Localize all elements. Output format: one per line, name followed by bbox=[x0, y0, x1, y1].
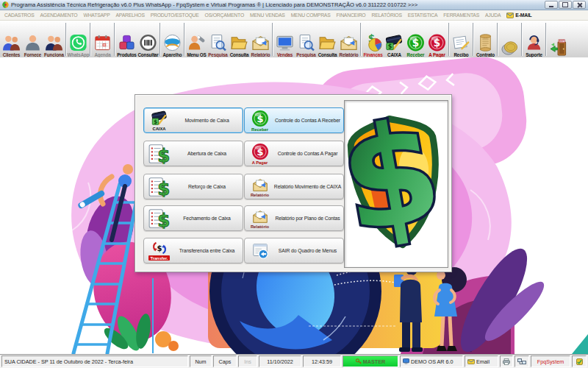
toolbar-separator bbox=[65, 23, 67, 56]
button-transferencia-entre-caixa[interactable]: $ Transfer. Transferencia entre Caixa bbox=[143, 238, 243, 263]
clients-icon bbox=[2, 33, 21, 52]
button-abertura-de-caixa[interactable]: Abertura de Caixa bbox=[143, 141, 243, 166]
dollar-shield-image: $ bbox=[344, 100, 448, 268]
menu-os-orcamento[interactable]: OS/ORÇAMENTO bbox=[202, 13, 247, 18]
transfer-arrows-icon: $ bbox=[150, 241, 169, 255]
maximize-button[interactable] bbox=[559, 1, 572, 9]
toolbar-item-clientes[interactable]: Clientes bbox=[1, 21, 22, 58]
folder-icon bbox=[318, 33, 337, 52]
status-num-lock: Num bbox=[190, 355, 212, 367]
toolbar-item-vendas[interactable]: Vendas bbox=[274, 21, 295, 58]
menu-menu-vendas[interactable]: MENU VENDAS bbox=[247, 13, 288, 18]
minimize-button[interactable] bbox=[545, 1, 558, 9]
toolbar-item-agenda[interactable]: Agenda bbox=[92, 21, 113, 58]
close-icon bbox=[577, 2, 582, 7]
search-document-icon bbox=[209, 33, 227, 52]
button-relatorio-movimento-caixa[interactable]: Relatório Relatório Movimento de CAIXA bbox=[244, 174, 344, 199]
toolbar-item-financas[interactable]: $ Finanças bbox=[362, 21, 384, 58]
svg-text:$: $ bbox=[345, 101, 448, 264]
menu-estatistica[interactable]: ESTATISTICA bbox=[405, 13, 441, 18]
cash-note-icon bbox=[148, 177, 171, 197]
printer-icon bbox=[503, 358, 510, 365]
menu-relatorios[interactable]: RELATÓRIOS bbox=[368, 13, 404, 18]
button-relatorio-plano-contas[interactable]: Relatório Relatório por Plano de Contas bbox=[244, 205, 344, 231]
report-icon bbox=[340, 33, 358, 52]
toolbar-item-moeda[interactable] bbox=[499, 21, 520, 58]
menu-bar: CADASTROS AGENDAMENTO WHATSAPP APARELHOS… bbox=[0, 10, 588, 21]
toolbar-item-funcionarios[interactable]: Funciona bbox=[43, 21, 65, 58]
status-insert: Ins bbox=[238, 355, 257, 367]
button-reforco-de-caixa[interactable]: Reforço de Caixa bbox=[143, 174, 243, 199]
status-print[interactable] bbox=[500, 355, 513, 367]
finance-pie-icon: $ bbox=[364, 33, 382, 52]
cash-note-icon bbox=[148, 208, 171, 229]
svg-text:EXIT: EXIT bbox=[559, 40, 564, 43]
toolbar-item-pesquisa-os[interactable]: Pesquisa bbox=[207, 21, 229, 58]
menu-agendamento[interactable]: AGENDAMENTO bbox=[37, 13, 81, 18]
toolbar-item-caixa[interactable]: CAIXA bbox=[384, 21, 405, 58]
toolbar-item-relatorio-vendas[interactable]: Relatório bbox=[338, 21, 359, 58]
service-order-icon bbox=[187, 33, 206, 52]
toolbar-item-consultar-produto[interactable]: Consultar bbox=[137, 21, 159, 58]
support-headset-icon bbox=[525, 33, 543, 52]
window-title: Programa Assistência Técnica Refrigeraçã… bbox=[11, 1, 542, 8]
toolbar-item-pesquisa-vendas[interactable]: Pesquisa bbox=[295, 21, 317, 58]
menu-ajuda[interactable]: AJUDA bbox=[482, 13, 503, 18]
device-globe-icon bbox=[163, 33, 182, 52]
email-icon bbox=[506, 13, 514, 18]
toolbar-separator bbox=[497, 23, 498, 56]
menu-ferramentas[interactable]: FERRAMENTAS bbox=[440, 13, 482, 18]
minimize-icon bbox=[549, 6, 553, 7]
receipt-icon bbox=[452, 33, 470, 52]
svg-text:$: $ bbox=[157, 244, 162, 252]
toolbar-separator bbox=[473, 23, 474, 56]
button-contas-a-receber[interactable]: Receber Controle do Contas A Receber bbox=[244, 107, 344, 133]
dollar-shield-graphic: $ bbox=[345, 101, 448, 267]
toolbar-item-recibo[interactable]: Recibo bbox=[451, 21, 472, 58]
status-logged-user: MASTER bbox=[343, 355, 398, 367]
status-network[interactable] bbox=[514, 355, 529, 367]
button-movimento-de-caixa[interactable]: CAIXA Movimento de Caixa bbox=[143, 107, 243, 133]
toolbar-separator bbox=[114, 23, 115, 56]
toolbar-separator bbox=[521, 23, 523, 56]
toolbar-item-fornecedores[interactable]: Fornece bbox=[22, 21, 43, 58]
toolbar-item-consulta-vendas[interactable]: Consulta bbox=[317, 21, 338, 58]
button-contas-a-pagar[interactable]: A Pagar Controle do Contas A Pagar bbox=[244, 141, 344, 166]
menu-financeiro[interactable]: FINANCEIRO bbox=[334, 13, 369, 18]
toolbar-separator bbox=[184, 23, 185, 56]
toolbar-item-sair[interactable]: EXIT bbox=[548, 21, 569, 58]
payables-icon bbox=[428, 33, 446, 52]
sales-monitor-icon bbox=[276, 33, 294, 52]
toolbar-item-menu-os[interactable]: Menu OS bbox=[186, 21, 207, 58]
toolbar-item-a-pagar[interactable]: A Pagar bbox=[426, 21, 448, 58]
toolbar-separator bbox=[90, 23, 91, 56]
menu-produto-estoque[interactable]: PRODUTO/ESTOQUE bbox=[148, 13, 202, 18]
toolbar-separator bbox=[272, 23, 273, 56]
toolbar-item-produtos[interactable]: Produtos bbox=[116, 21, 137, 58]
menu-email[interactable]: E-MAIL bbox=[503, 13, 534, 18]
menu-cadastros[interactable]: CADASTROS bbox=[1, 13, 37, 18]
status-email[interactable]: Email bbox=[465, 355, 498, 367]
toolbar-item-contrato[interactable]: Contrato bbox=[475, 21, 496, 58]
status-caps-lock: Caps bbox=[213, 355, 237, 367]
email-icon bbox=[467, 359, 475, 364]
button-sair-quadro-menus[interactable]: SAIR do Quadro de Menus bbox=[244, 238, 344, 263]
products-icon bbox=[118, 33, 136, 52]
toolbar-item-consulta-os[interactable]: Consulta bbox=[229, 21, 250, 58]
toolbar-item-receber[interactable]: Receber bbox=[405, 21, 426, 58]
toolbar-separator bbox=[448, 23, 450, 56]
payables-icon bbox=[251, 143, 269, 160]
title-bar: Programa Assistência Técnica Refrigeraçã… bbox=[0, 0, 588, 10]
menu-aparelhos[interactable]: APARELHOS bbox=[112, 13, 147, 18]
toolbar-item-suporte[interactable]: Suporte bbox=[523, 21, 545, 58]
menu-menu-compras[interactable]: MENU COMPRAS bbox=[288, 13, 334, 18]
close-button[interactable] bbox=[573, 1, 586, 9]
toolbar-item-relatorio-os[interactable]: Relatório bbox=[250, 21, 271, 58]
toolbar-item-whatsapp[interactable]: WhatsApp bbox=[68, 21, 89, 58]
menu-whatsapp[interactable]: WHATSAPP bbox=[80, 13, 112, 18]
button-fechamento-de-caixa[interactable]: Fechamento de Caixa bbox=[143, 205, 243, 231]
toolbar-item-aparelho[interactable]: Aparelho bbox=[162, 21, 183, 58]
coin-icon bbox=[501, 38, 519, 57]
status-system-version: DEMO OS AR 6.0 bbox=[400, 355, 463, 367]
exit-door-icon: EXIT bbox=[549, 38, 567, 57]
